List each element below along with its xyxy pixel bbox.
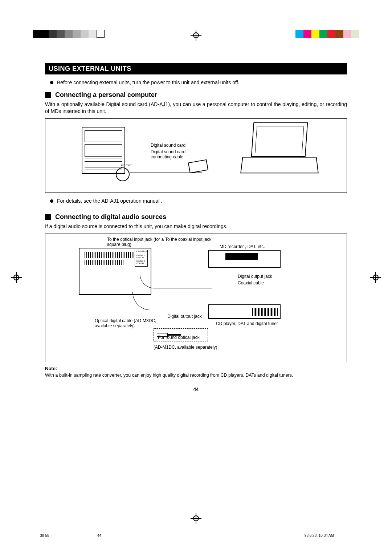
subheading-digital-audio-text: Connecting to digital audio sources <box>55 213 166 221</box>
section1-paragraph: With a optionally available Digital soun… <box>45 101 347 115</box>
illustration-laptop <box>241 122 318 177</box>
illustration-sound-card <box>188 159 208 173</box>
note-text: With a built-in sampling rate converter,… <box>45 372 347 379</box>
illustration-cable <box>130 173 202 173</box>
label-digital-output-1: Digital output jack <box>238 274 272 279</box>
label-optical-cable: Optical digital cable (AD-M3DC, availabl… <box>95 318 167 328</box>
illustration-cd-player <box>208 304 281 319</box>
section-title-bar: USING EXTERNAL UNITS <box>45 63 347 74</box>
color-bars <box>295 30 359 38</box>
subheading-digital-audio: Connecting to digital audio sources <box>45 213 347 221</box>
footer-right: 98.6.23, 10:34 AM <box>305 534 334 538</box>
label-connecting-cable: Digital sound card connecting cable <box>151 149 198 159</box>
subheading-connect-pc: Connecting a personal computer <box>45 91 347 99</box>
square-bullet-icon <box>45 92 51 98</box>
label-port: PC-CNT <box>121 164 132 167</box>
print-registration-top <box>0 30 392 41</box>
illustration-optical-cable-path <box>132 292 212 310</box>
illustration-md-system <box>82 127 125 174</box>
label-coaxial-cable: Coaxial cable <box>238 280 264 285</box>
intro-bullet-text: Before connecting external units, turn t… <box>57 80 240 85</box>
intro-bullet: Before connecting external units, turn t… <box>50 80 347 85</box>
crosshair-right-icon <box>370 272 381 283</box>
illustration-md-recorder <box>208 250 281 268</box>
section2-paragraph: If a digital audio source is connected t… <box>45 223 347 230</box>
illustration-coax-cable-path <box>140 267 212 288</box>
subheading-connect-pc-text: Connecting a personal computer <box>55 91 157 99</box>
crosshair-icon <box>191 513 201 524</box>
section1-footnote: For details, see the AD-AJ1 operation ma… <box>50 198 347 204</box>
label-to-coaxial: To the coaxial input jack <box>165 237 211 242</box>
panel-label-2: DIGITAL 1 OPTICAL <box>136 254 147 259</box>
footer-left: 38-58 <box>40 534 49 538</box>
label-ad-m1dc: (AD-M1DC, available separately) <box>154 345 217 350</box>
figure-connect-pc: PC-CNT Digital sound card Digital sound … <box>45 118 347 193</box>
crosshair-left-icon <box>11 272 22 283</box>
label-digital-output-2: Digital output jack <box>167 314 202 319</box>
label-md-recorder: MD recorder , DAT, etc. <box>220 244 265 249</box>
page-number: 44 <box>45 386 347 392</box>
panel-label-3: DIGITAL 2 COAXIAL <box>136 260 147 264</box>
bullet-dot-icon <box>50 81 53 84</box>
note-heading: Note: <box>45 366 347 371</box>
grayscale-bars <box>33 30 105 38</box>
label-to-optical: To the optical input jack (for a square … <box>107 237 165 247</box>
panel-label-1: AT DIGITAL IN <box>135 250 147 252</box>
illustration-port-callout <box>116 167 130 181</box>
section1-footnote-text: For details, see the AD-AJ1 operation ma… <box>57 198 162 204</box>
print-registration-bottom <box>0 513 392 524</box>
page-content: USING EXTERNAL UNITS Before connecting e… <box>45 63 347 392</box>
label-digital-sound-card: Digital sound card <box>151 143 185 148</box>
crosshair-icon <box>191 30 201 41</box>
label-cd-player: CD player, DAT and digital tuner <box>216 321 278 326</box>
footer-mid: 44 <box>97 534 101 538</box>
bullet-dot-icon <box>50 199 53 203</box>
figure-digital-audio: To the optical input jack (for a square … <box>45 234 347 362</box>
label-round-optical: For round optical jack <box>158 335 201 340</box>
square-bullet-icon <box>45 214 51 220</box>
